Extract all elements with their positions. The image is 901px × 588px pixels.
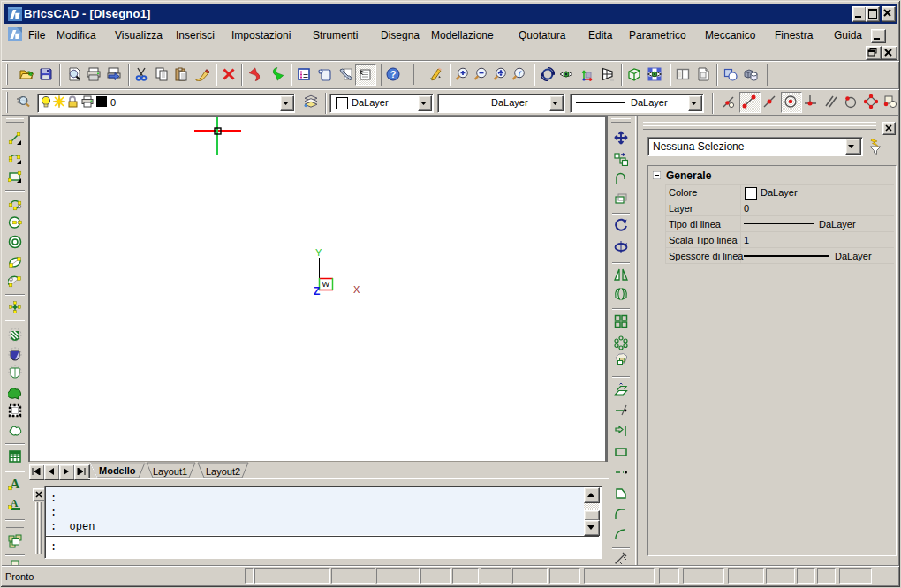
svg-text:Y: Y bbox=[315, 247, 322, 258]
svg-text:?: ? bbox=[390, 69, 397, 79]
svg-text:Z: Z bbox=[314, 285, 320, 298]
svg-text:W: W bbox=[322, 280, 330, 289]
svg-text:X: X bbox=[353, 284, 360, 295]
